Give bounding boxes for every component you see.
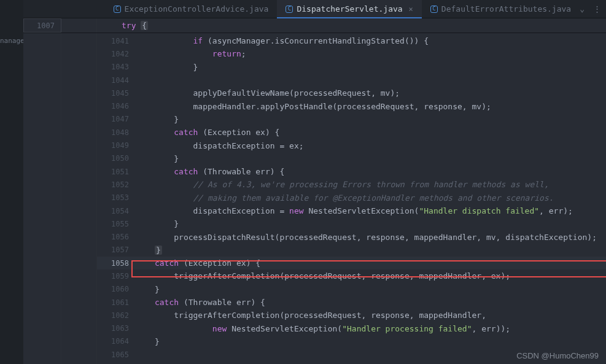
line-number: 1056	[97, 233, 135, 241]
code-editor[interactable]: 1041 if (asyncManager.isConcurrentHandli…	[23, 33, 606, 364]
tab-label: ExceptionControllerAdvice.java	[125, 4, 269, 14]
class-icon: C	[114, 6, 121, 13]
code-line[interactable]: 1063 new NestedServletException("Handler…	[97, 322, 606, 335]
code-line[interactable]: 1062 triggerAfterCompletion(processedReq…	[97, 309, 606, 322]
tab-label: DispatcherServlet.java	[297, 4, 402, 14]
line-number: 1049	[97, 141, 135, 150]
code-line[interactable]: 1043 }	[97, 61, 606, 74]
tab-default-error-attributes[interactable]: C DefaultErrorAttributes.java	[422, 0, 580, 18]
code-line[interactable]: 1057 }	[97, 244, 606, 257]
code-text: // As of 4.3, we're processing Errors th…	[97, 180, 549, 189]
line-number: 1042	[97, 50, 135, 58]
class-icon: C	[286, 6, 293, 13]
code-line[interactable]: 1053 // making them available for @Excep…	[97, 192, 606, 204]
sticky-line-number: 1007	[23, 18, 61, 33]
class-icon: C	[430, 6, 438, 13]
more-icon[interactable]: ⋮	[593, 4, 601, 14]
line-number: 1063	[97, 324, 135, 333]
side-label: nanage	[0, 37, 23, 45]
line-number: 1059	[97, 272, 135, 281]
code-line[interactable]: 1056 processDispatchResult(processedRequ…	[97, 230, 606, 243]
code-line[interactable]: 1049 dispatchException = ex;	[97, 139, 606, 152]
line-number: 1051	[97, 168, 135, 176]
line-number: 1064	[97, 337, 135, 346]
line-number: 1041	[97, 37, 135, 45]
line-number: 1047	[97, 115, 135, 123]
code-line[interactable]: 1059 triggerAfterCompletion(processedReq…	[97, 269, 606, 282]
tab-exception-controller-advice[interactable]: C ExceptionControllerAdvice.java	[105, 0, 278, 18]
line-number: 1061	[97, 298, 135, 307]
tab-label: DefaultErrorAttributes.java	[441, 4, 571, 14]
line-number: 1058	[97, 259, 135, 268]
code-line[interactable]: 1055 }	[97, 217, 606, 230]
line-number: 1048	[97, 128, 135, 137]
code-text: mappedHandler.applyPostHandle(processedR…	[97, 102, 491, 111]
code-line[interactable]: 1058 catch (Exception ex) {	[97, 257, 606, 269]
chevron-down-icon[interactable]: ⌄	[580, 4, 585, 14]
watermark: CSDN @HumoChen99	[516, 351, 599, 360]
line-number: 1043	[97, 63, 135, 71]
sticky-scroll-header[interactable]: 1007 try {	[23, 18, 606, 33]
code-line[interactable]: 1050 }	[97, 152, 606, 165]
editor-tab-bar: C ExceptionControllerAdvice.java C Dispa…	[23, 0, 606, 18]
code-line[interactable]: 1054 dispatchException = new NestedServl…	[97, 204, 606, 217]
code-text: if (asyncManager.isConcurrentHandlingSta…	[97, 36, 429, 45]
line-number: 1055	[97, 220, 135, 228]
line-number: 1060	[97, 285, 135, 293]
code-text: processDispatchResult(processedRequest, …	[97, 233, 597, 242]
code-text: triggerAfterCompletion(processedRequest,…	[97, 271, 510, 281]
code-text: dispatchException = new NestedServletExc…	[97, 206, 573, 215]
line-number: 1057	[97, 246, 135, 254]
code-line[interactable]: 1048 catch (Exception ex) {	[97, 126, 606, 139]
line-number: 1054	[97, 207, 135, 215]
tab-dispatcher-servlet[interactable]: C DispatcherServlet.java ×	[277, 0, 421, 18]
line-number: 1046	[97, 102, 135, 110]
line-number: 1050	[97, 154, 135, 163]
code-line[interactable]: 1047 }	[97, 113, 606, 126]
line-number: 1053	[97, 193, 135, 202]
code-line[interactable]: 1045 applyDefaultViewName(processedReque…	[97, 87, 606, 99]
line-number: 1044	[97, 76, 135, 85]
sticky-code: try {	[97, 18, 148, 33]
code-line[interactable]: 1041 if (asyncManager.isConcurrentHandli…	[97, 34, 606, 47]
line-number: 1052	[97, 180, 135, 189]
code-line[interactable]: 1046 mappedHandler.applyPostHandle(proce…	[97, 99, 606, 112]
code-text: applyDefaultViewName(processedRequest, m…	[97, 88, 400, 98]
code-line[interactable]: 1060 }	[97, 283, 606, 296]
code-line[interactable]: 1052 // As of 4.3, we're processing Erro…	[97, 178, 606, 191]
code-line[interactable]: 1042 return;	[97, 47, 606, 60]
code-text: triggerAfterCompletion(processedRequest,…	[97, 311, 486, 320]
code-line[interactable]: 1051 catch (Throwable err) {	[97, 165, 606, 178]
line-number: 1062	[97, 311, 135, 320]
close-icon[interactable]: ×	[409, 5, 413, 14]
line-number: 1045	[97, 89, 135, 98]
line-number: 1065	[97, 350, 135, 359]
code-text: // making them available for @ExceptionH…	[97, 193, 554, 203]
code-line[interactable]: 1044	[97, 74, 606, 87]
tool-window-strip: nanage	[0, 0, 23, 364]
code-line[interactable]: 1061 catch (Throwable err) {	[97, 296, 606, 309]
code-line[interactable]: 1064 }	[97, 335, 606, 348]
code-text: new NestedServletException("Handler proc…	[97, 324, 510, 333]
